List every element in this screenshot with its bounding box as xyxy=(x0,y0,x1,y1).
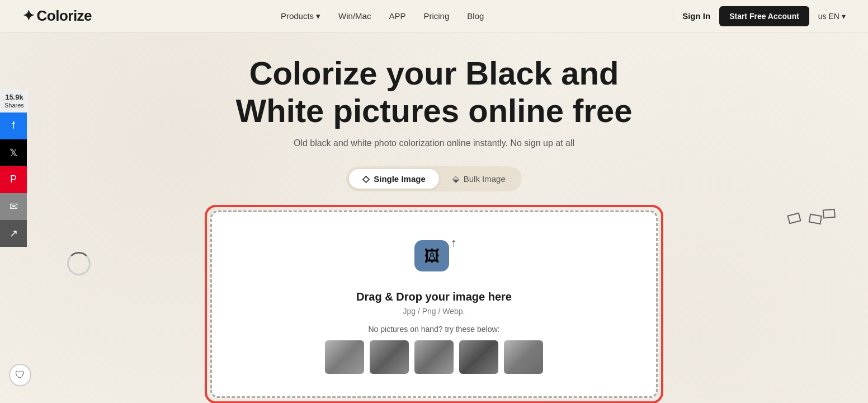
dropzone-wrapper: ↑ Drag & Drop your image here Jpg / Png … xyxy=(205,205,663,403)
social-sidebar: 15.9k Shares f 𝕏 P ✉ ↗ xyxy=(0,90,29,247)
twitter-share-button[interactable]: 𝕏 xyxy=(0,139,27,166)
upload-icon-wrapper: ↑ xyxy=(414,240,454,279)
logo-star: ✦ xyxy=(22,7,35,25)
drag-drop-text: Drag & Drop your image here xyxy=(356,290,512,303)
chevron-down-icon: ▾ xyxy=(842,12,846,21)
language-selector[interactable]: us EN ▾ xyxy=(818,12,846,21)
bulk-image-icon: ⬙ xyxy=(452,174,459,184)
dropzone-outer-border: ↑ Drag & Drop your image here Jpg / Png … xyxy=(205,205,663,403)
hero-subtitle: Old black and white photo colorization o… xyxy=(294,138,574,148)
image-mode-tabs: ◇ Single Image ⬙ Bulk Image xyxy=(346,166,522,191)
pinterest-share-button[interactable]: P xyxy=(0,166,27,193)
start-free-button[interactable]: Start Free Account xyxy=(719,6,809,26)
nav-divider xyxy=(673,11,673,22)
sign-in-button[interactable]: Sign In xyxy=(682,11,710,21)
nav-winmac[interactable]: Win/Mac xyxy=(338,11,371,21)
sample-image-3[interactable] xyxy=(414,340,454,374)
sample-image-2[interactable] xyxy=(370,340,409,374)
upload-image-icon xyxy=(414,240,449,271)
email-share-button[interactable]: ✉ xyxy=(0,193,27,220)
chevron-down-icon: ▾ xyxy=(316,11,320,21)
nav-app[interactable]: APP xyxy=(389,11,405,21)
logo[interactable]: ✦ Colorize xyxy=(22,7,92,25)
nav-products[interactable]: Products ▾ xyxy=(281,11,320,21)
main-content: Colorize your Black and White pictures o… xyxy=(0,32,868,403)
nav-blog[interactable]: Blog xyxy=(467,11,484,21)
tab-bulk-image[interactable]: ⬙ Bulk Image xyxy=(439,169,519,189)
navbar: ✦ Colorize Products ▾ Win/Mac APP Pricin… xyxy=(0,0,868,32)
nav-links: Products ▾ Win/Mac APP Pricing Blog xyxy=(281,11,484,21)
sample-image-4[interactable] xyxy=(459,340,498,374)
format-text: Jpg / Png / Webp. xyxy=(403,307,465,316)
sample-image-5[interactable] xyxy=(504,340,543,374)
sample-images-row xyxy=(325,340,543,374)
nav-right: Sign In Start Free Account us EN ▾ xyxy=(673,6,846,26)
sample-image-1[interactable] xyxy=(325,340,364,374)
sample-prompt-text: No pictures on hand? try these below: xyxy=(368,325,499,334)
hero-title: Colorize your Black and White pictures o… xyxy=(205,55,663,129)
facebook-share-button[interactable]: f xyxy=(0,113,27,139)
dropzone[interactable]: ↑ Drag & Drop your image here Jpg / Png … xyxy=(210,210,658,398)
shield-icon[interactable]: 🛡 xyxy=(9,364,31,386)
logo-text: Colorize xyxy=(37,7,92,25)
share-button[interactable]: ↗ xyxy=(0,220,27,247)
single-image-icon: ◇ xyxy=(362,174,369,184)
social-share-count: 15.9k Shares xyxy=(0,90,29,113)
upload-arrow-icon: ↑ xyxy=(451,236,457,250)
nav-pricing[interactable]: Pricing xyxy=(423,11,449,21)
loading-spinner xyxy=(67,252,89,274)
decorative-shapes xyxy=(787,213,834,226)
tab-single-image[interactable]: ◇ Single Image xyxy=(349,169,439,189)
